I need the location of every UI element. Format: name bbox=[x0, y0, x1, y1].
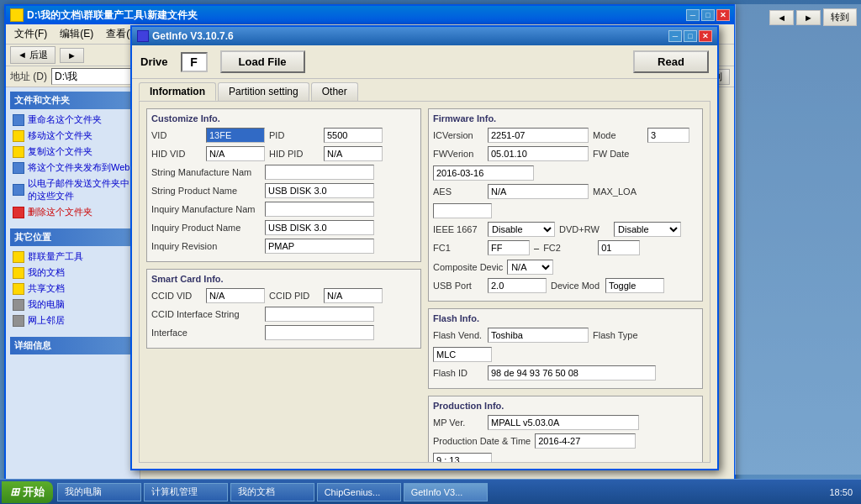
close-btn[interactable]: ✕ bbox=[716, 9, 730, 21]
tab-partition[interactable]: Partition setting bbox=[218, 82, 309, 101]
sidebar-section-locations: 其它位置 群联量产工具 我的文档 共享文档 我 bbox=[10, 228, 135, 328]
device-mode-input[interactable] bbox=[605, 278, 664, 293]
sidebar-item-network[interactable]: 网上邻居 bbox=[10, 312, 135, 328]
sidebar-item-move[interactable]: 移动这个文件夹 bbox=[10, 128, 135, 144]
forward-button[interactable]: ► bbox=[60, 48, 84, 63]
getinfo-controls: ─ □ ✕ bbox=[668, 30, 712, 42]
customize-info-section: Customize Info. VID PID HID VID bbox=[146, 108, 421, 262]
nav-goto[interactable]: 转到 bbox=[823, 8, 857, 26]
ccid-interface-row: CCID Interface String bbox=[151, 307, 416, 322]
start-windows-icon: ⊞ bbox=[10, 486, 19, 498]
string-mfr-row: String Manufacture Nam bbox=[151, 165, 416, 180]
usb-device-row: USB Port Device Mod bbox=[433, 278, 698, 293]
sidebar-item-move-label: 移动这个文件夹 bbox=[28, 129, 92, 142]
interface-input[interactable] bbox=[265, 325, 374, 340]
mode-label: Mode bbox=[593, 130, 643, 140]
copy-icon bbox=[13, 146, 24, 158]
mode-input[interactable] bbox=[647, 128, 689, 143]
group-icon bbox=[13, 251, 24, 263]
shared-icon bbox=[13, 283, 24, 295]
fw-version-input[interactable] bbox=[488, 146, 589, 161]
rename-icon bbox=[13, 114, 24, 126]
mydocs-icon bbox=[13, 267, 24, 279]
taskbar: ⊞ 开始 我的电脑 计算机管理 我的文档 ChipGenius... GetIn… bbox=[0, 479, 861, 504]
getinfo-minimize-btn[interactable]: ─ bbox=[668, 30, 682, 42]
sidebar-item-delete[interactable]: 删除这个文件夹 bbox=[10, 204, 135, 220]
fc2-input[interactable] bbox=[598, 240, 640, 255]
load-file-button[interactable]: Load File bbox=[220, 50, 305, 73]
aes-input[interactable] bbox=[488, 184, 589, 199]
maximize-btn[interactable]: □ bbox=[701, 9, 715, 21]
sidebar-item-group-label: 群联量产工具 bbox=[28, 250, 83, 263]
taskbar-item-2[interactable]: 我的文档 bbox=[230, 483, 314, 501]
taskbar-item-4[interactable]: GetInfo V3... bbox=[404, 483, 488, 501]
flash-section: Flash Info. Flash Vend. Flash Type Flash… bbox=[428, 308, 703, 389]
flash-vendor-row: Flash Vend. Flash Type bbox=[433, 328, 698, 362]
sidebar-item-group-tool[interactable]: 群联量产工具 bbox=[10, 249, 135, 265]
composite-label: Composite Devic bbox=[433, 262, 503, 272]
nav-back[interactable]: ◄ bbox=[769, 10, 794, 25]
sidebar-item-publish[interactable]: 将这个文件夹发布到Web bbox=[10, 160, 135, 176]
read-button[interactable]: Read bbox=[633, 50, 709, 73]
network-icon bbox=[13, 315, 24, 327]
fc1-input[interactable] bbox=[488, 240, 530, 255]
minimize-btn[interactable]: ─ bbox=[686, 9, 700, 21]
hid-vid-input[interactable] bbox=[206, 146, 265, 161]
string-product-input[interactable] bbox=[265, 183, 374, 198]
ic-version-input[interactable] bbox=[488, 128, 589, 143]
nav-forward[interactable]: ► bbox=[796, 10, 821, 25]
back-button[interactable]: ◄ 后退 bbox=[10, 46, 55, 64]
sidebar-item-mydocs[interactable]: 我的文档 bbox=[10, 265, 135, 281]
sidebar-item-email[interactable]: 以电子邮件发送文件夹中的这些文件 bbox=[10, 176, 135, 204]
sidebar-item-delete-label: 删除这个文件夹 bbox=[28, 206, 92, 218]
getinfo-titlebar-left: GetInfo V3.10.7.6 bbox=[137, 30, 234, 42]
flash-type-input[interactable] bbox=[433, 347, 492, 362]
smart-card-section: Smart Card Info. CCID VID CCID PID CCID … bbox=[146, 269, 421, 349]
ccid-vid-input[interactable] bbox=[206, 288, 265, 303]
usb-port-input[interactable] bbox=[488, 278, 547, 293]
drive-input[interactable] bbox=[181, 52, 208, 72]
fw-date-label: FW Date bbox=[593, 149, 643, 159]
menu-file[interactable]: 文件(F) bbox=[10, 26, 51, 42]
getinfo-close-btn[interactable]: ✕ bbox=[699, 30, 712, 42]
ic-mode-row: ICVersion Mode bbox=[433, 128, 698, 143]
prod-time-input[interactable] bbox=[433, 453, 492, 463]
pid-input[interactable] bbox=[324, 128, 383, 143]
hid-pid-input[interactable] bbox=[324, 146, 383, 161]
dvdrw-select[interactable]: Disable Enable bbox=[614, 222, 681, 237]
inquiry-revision-input[interactable] bbox=[265, 239, 374, 254]
email-icon bbox=[13, 184, 24, 196]
ieee-select[interactable]: Disable Enable bbox=[488, 222, 555, 237]
vid-input[interactable] bbox=[206, 128, 265, 143]
desktop: D:\我的文档\群联量产工具\新建文件夹 ─ □ ✕ 文件(F) 编辑(E) 查… bbox=[0, 0, 861, 504]
sidebar-item-shared[interactable]: 共享文档 bbox=[10, 281, 135, 297]
prod-datetime-label: Production Date & Time bbox=[433, 436, 531, 446]
taskbar-item-1[interactable]: 计算机管理 bbox=[144, 483, 228, 501]
string-mfr-input[interactable] bbox=[265, 165, 374, 180]
flash-vendor-input[interactable] bbox=[488, 328, 589, 343]
inquiry-mfr-input[interactable] bbox=[265, 202, 374, 217]
taskbar-item-3[interactable]: ChipGenius... bbox=[317, 483, 401, 501]
tab-other[interactable]: Other bbox=[311, 82, 358, 101]
sidebar-details-title: 详细信息 bbox=[10, 337, 135, 354]
production-section: Production Info. MP Ver. Production Date… bbox=[428, 396, 703, 463]
string-product-label: String Product Name bbox=[151, 186, 261, 196]
ccid-pid-input[interactable] bbox=[324, 288, 383, 303]
fw-date-input[interactable] bbox=[433, 165, 534, 181]
sidebar-item-copy[interactable]: 复制这个文件夹 bbox=[10, 144, 135, 160]
flash-id-input[interactable] bbox=[488, 365, 656, 381]
tab-information[interactable]: Information bbox=[139, 82, 216, 101]
taskbar-items: 我的电脑 计算机管理 我的文档 ChipGenius... GetInfo V3… bbox=[53, 483, 821, 501]
sidebar-item-rename[interactable]: 重命名这个文件夹 bbox=[10, 112, 135, 128]
getinfo-maximize-btn[interactable]: □ bbox=[684, 30, 697, 42]
mp-ver-input[interactable] bbox=[488, 415, 639, 430]
composite-select[interactable]: N/A bbox=[507, 260, 553, 275]
taskbar-item-0[interactable]: 我的电脑 bbox=[57, 483, 141, 501]
max-loa-input[interactable] bbox=[433, 203, 492, 218]
menu-edit[interactable]: 编辑(E) bbox=[55, 26, 98, 42]
start-button[interactable]: ⊞ 开始 bbox=[2, 481, 53, 503]
sidebar-item-mycomputer[interactable]: 我的电脑 bbox=[10, 297, 135, 312]
ccid-interface-input[interactable] bbox=[265, 307, 374, 322]
inquiry-product-input[interactable] bbox=[265, 220, 374, 235]
prod-date-input[interactable] bbox=[535, 433, 636, 449]
